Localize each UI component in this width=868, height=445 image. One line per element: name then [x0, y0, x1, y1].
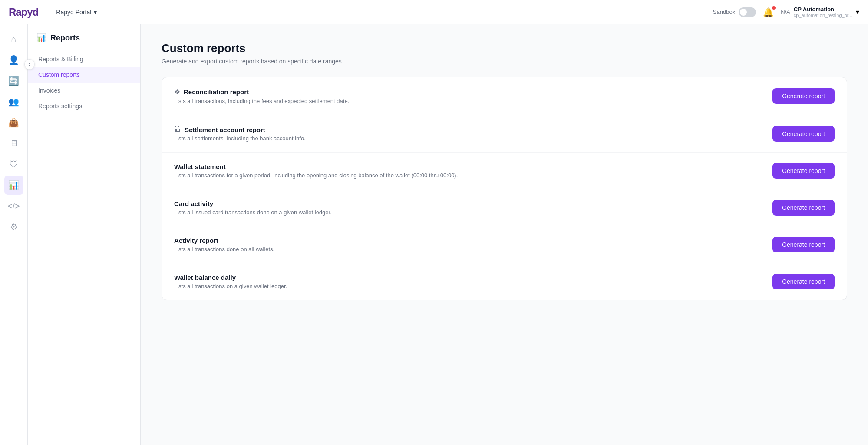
- report-info: Card activityLists all issued card trans…: [174, 200, 332, 216]
- report-icon: 🏛: [174, 126, 181, 133]
- user-na: N/A: [781, 9, 790, 15]
- report-title-row: ❖Reconciliation report: [174, 88, 349, 96]
- sidebar-nav-item-custom-reports[interactable]: Custom reports: [28, 67, 140, 83]
- sidebar-nav-item-invoices[interactable]: Invoices: [28, 83, 140, 98]
- report-info: Activity reportLists all transactions do…: [174, 237, 274, 252]
- generate-report-button[interactable]: Generate report: [772, 237, 835, 252]
- sidebar-header: 📊 Reports: [28, 33, 140, 51]
- portal-label: Rapyd Portal: [56, 9, 91, 16]
- generate-report-button[interactable]: Generate report: [772, 200, 835, 216]
- portal-selector[interactable]: Rapyd Portal ▾: [56, 9, 97, 16]
- wallet-icon[interactable]: 👜: [4, 113, 23, 132]
- report-desc: Lists all transactions for a given perio…: [174, 172, 458, 179]
- sidebar-nav-item-reports-settings[interactable]: Reports settings: [28, 98, 140, 114]
- report-name: Reconciliation report: [184, 88, 249, 96]
- generate-report-button[interactable]: Generate report: [772, 163, 835, 179]
- topnav-right: Sandbox 🔔 N/A CP Automation cp_automatio…: [713, 6, 859, 18]
- sandbox-toggle-wrap: Sandbox: [713, 7, 756, 17]
- chevron-down-icon: ▾: [94, 9, 97, 16]
- bell-wrap: 🔔: [763, 7, 774, 17]
- report-title-row: Wallet statement: [174, 163, 458, 170]
- report-name: Card activity: [174, 200, 213, 207]
- chevron-right-icon: ›: [29, 61, 30, 67]
- report-desc: Lists all transactions on a given wallet…: [174, 283, 287, 289]
- sidebar-expand-button[interactable]: ›: [24, 59, 35, 70]
- shield-icon[interactable]: 🛡: [4, 155, 23, 174]
- report-name: Activity report: [174, 237, 218, 244]
- icon-sidebar: ⌂👤🔄👥👜🖥🛡📊</>⚙: [0, 24, 28, 445]
- report-desc: Lists all transactions, including the fe…: [174, 98, 349, 104]
- main-content: Custom reports Generate and export custo…: [141, 24, 868, 445]
- report-row: Card activityLists all issued card trans…: [162, 189, 847, 226]
- bell-badge: [772, 6, 776, 10]
- logo: Rapyd: [9, 6, 38, 18]
- page-title: Custom reports: [162, 42, 847, 55]
- user-area[interactable]: N/A CP Automation cp_automation_testing_…: [781, 6, 859, 18]
- generate-report-button[interactable]: Generate report: [772, 126, 835, 142]
- generate-report-button[interactable]: Generate report: [772, 88, 835, 104]
- report-title-row: Wallet balance daily: [174, 274, 287, 281]
- sidebar-title: Reports: [50, 33, 80, 43]
- report-name: Wallet balance daily: [174, 274, 236, 281]
- report-info: ❖Reconciliation reportLists all transact…: [174, 88, 349, 104]
- code-icon[interactable]: </>: [4, 196, 23, 216]
- report-name: Settlement account report: [185, 126, 265, 133]
- nav-divider: [47, 6, 47, 18]
- report-title-row: Activity report: [174, 237, 274, 244]
- report-row: Wallet statementLists all transactions f…: [162, 153, 847, 189]
- report-info: 🏛Settlement account reportLists all sett…: [174, 126, 306, 142]
- report-info: Wallet balance dailyLists all transactio…: [174, 274, 287, 289]
- user-icon[interactable]: 👤: [4, 50, 23, 70]
- report-row: Wallet balance dailyLists all transactio…: [162, 263, 847, 300]
- report-icon: ❖: [174, 88, 180, 96]
- report-name: Wallet statement: [174, 163, 226, 170]
- report-title-row: Card activity: [174, 200, 332, 207]
- reports-icon[interactable]: 📊: [4, 176, 23, 195]
- report-row: ❖Reconciliation reportLists all transact…: [162, 77, 847, 115]
- layout: › ⌂👤🔄👥👜🖥🛡📊</>⚙ 📊 Reports Reports & Billi…: [0, 24, 868, 445]
- user-sub: cp_automation_testing_or...: [794, 13, 852, 18]
- user-name: CP Automation: [794, 6, 852, 13]
- top-navigation: Rapyd Rapyd Portal ▾ Sandbox 🔔 N/A CP Au…: [0, 0, 868, 24]
- page-subtitle: Generate and export custom reports based…: [162, 58, 847, 65]
- sidebar-nav: Reports & BillingCustom reportsInvoicesR…: [28, 51, 140, 114]
- sidebar-reports-icon: 📊: [36, 33, 46, 43]
- secondary-sidebar: 📊 Reports Reports & BillingCustom report…: [28, 24, 141, 445]
- home-icon[interactable]: ⌂: [4, 30, 23, 49]
- user-chevron-icon: ▾: [856, 8, 859, 16]
- transactions-icon[interactable]: 🔄: [4, 71, 23, 90]
- team-icon[interactable]: 👥: [4, 92, 23, 111]
- monitor-icon[interactable]: 🖥: [4, 134, 23, 153]
- report-row: 🏛Settlement account reportLists all sett…: [162, 115, 847, 153]
- generate-report-button[interactable]: Generate report: [772, 274, 835, 289]
- sidebar-nav-item-reports-&-billing[interactable]: Reports & Billing: [28, 51, 140, 67]
- report-desc: Lists all issued card transactions done …: [174, 209, 332, 216]
- report-info: Wallet statementLists all transactions f…: [174, 163, 458, 179]
- report-desc: Lists all settlements, including the ban…: [174, 135, 306, 142]
- report-desc: Lists all transactions done on all walle…: [174, 246, 274, 252]
- sandbox-toggle[interactable]: [739, 7, 756, 17]
- sandbox-label: Sandbox: [713, 9, 735, 15]
- reports-card: ❖Reconciliation reportLists all transact…: [162, 77, 847, 300]
- user-info: CP Automation cp_automation_testing_or..…: [794, 6, 852, 18]
- report-row: Activity reportLists all transactions do…: [162, 226, 847, 263]
- settings-icon[interactable]: ⚙: [4, 217, 23, 236]
- report-title-row: 🏛Settlement account report: [174, 126, 306, 133]
